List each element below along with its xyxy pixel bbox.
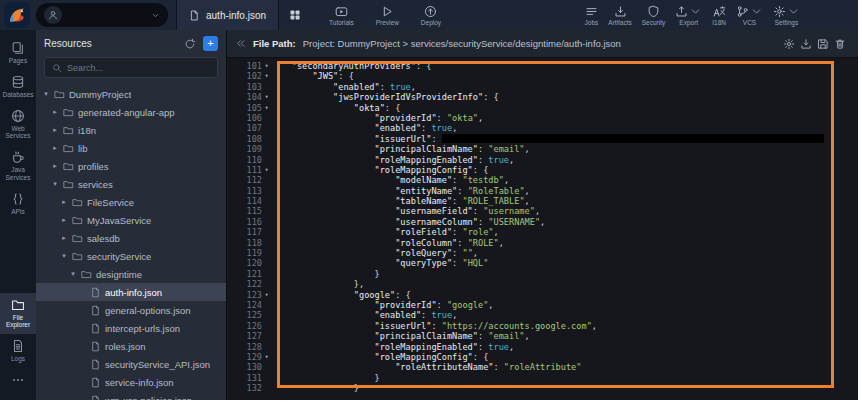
line-number[interactable]: 123▾ xyxy=(227,290,271,300)
code-line[interactable]: } xyxy=(271,383,359,393)
tree-item-designtime[interactable]: ▾designtime xyxy=(36,265,226,283)
line-number[interactable]: 129▾ xyxy=(227,352,271,362)
tree-item-wm-xss-policies-json[interactable]: wm-xss-policies.json xyxy=(36,391,226,400)
code-line[interactable]: }, xyxy=(271,279,364,289)
rail-item-java-services[interactable]: Java Services xyxy=(0,145,36,187)
vcs-button[interactable]: VCS xyxy=(734,5,765,26)
code-line[interactable]: "usernameColumn": "USERNAME", xyxy=(271,217,545,227)
line-number[interactable]: 131 xyxy=(227,373,271,383)
tab-auth-info-json[interactable]: auth-info.json xyxy=(176,0,279,30)
code-line[interactable]: } xyxy=(271,373,380,383)
delete-icon[interactable] xyxy=(834,38,846,50)
tree-item-generated-angular-app[interactable]: ▸generated-angular-app xyxy=(36,103,226,121)
code-line[interactable]: "roleMappingEnabled": true, xyxy=(271,342,514,352)
collapse-panel-icon[interactable] xyxy=(235,38,246,49)
code-line[interactable]: "enabled": true, xyxy=(271,82,416,92)
code-line[interactable]: } xyxy=(271,269,380,279)
line-number[interactable]: 109 xyxy=(227,144,271,154)
tree-item-auth-info-json[interactable]: auth-info.json xyxy=(36,283,226,301)
code-line[interactable]: "jwsProviderIdVsProviderInfo": { xyxy=(271,92,499,102)
code-line[interactable]: "issuerUrl": xyxy=(271,134,824,144)
line-number[interactable]: 128 xyxy=(227,342,271,352)
chevron-right-icon[interactable]: ▸ xyxy=(51,144,59,152)
chevron-right-icon[interactable]: ▸ xyxy=(60,234,68,242)
line-number[interactable]: 108 xyxy=(227,134,271,144)
code-line[interactable]: "tableName": "ROLE_TABLE", xyxy=(271,196,530,206)
line-number[interactable]: 111▾ xyxy=(227,165,271,175)
add-resource-button[interactable]: + xyxy=(203,36,218,51)
chevron-right-icon[interactable]: ▸ xyxy=(51,162,59,170)
tree-item-dummyproject[interactable]: ▾DummyProject xyxy=(36,85,226,103)
code-line[interactable]: "roleMappingEnabled": true, xyxy=(271,155,514,165)
line-number[interactable]: 122 xyxy=(227,279,271,289)
deploy-button[interactable]: Deploy xyxy=(419,5,443,26)
code-line[interactable]: "okta": { xyxy=(271,103,400,113)
line-number[interactable]: 115 xyxy=(227,206,271,216)
resource-search[interactable] xyxy=(44,57,218,78)
tree-item-salesdb[interactable]: ▸salesdb xyxy=(36,229,226,247)
rail-item-web-services[interactable]: Web Services xyxy=(0,104,36,146)
line-number[interactable]: 101▾ xyxy=(227,61,271,71)
code-line[interactable]: "modelName": "testdb", xyxy=(271,175,509,185)
line-number[interactable]: 130 xyxy=(227,362,271,372)
line-number[interactable]: 110 xyxy=(227,155,271,165)
tree-item-securityservice-api-json[interactable]: securityService_API.json xyxy=(36,355,226,373)
line-number[interactable]: 116 xyxy=(227,217,271,227)
settings-icon[interactable] xyxy=(783,38,795,50)
line-number[interactable]: 106 xyxy=(227,113,271,123)
chevron-down-icon[interactable]: ▾ xyxy=(60,252,68,260)
code-line[interactable]: "enabled": true, xyxy=(271,123,457,133)
line-number[interactable]: 124 xyxy=(227,300,271,310)
rail-item-logs[interactable]: Logs xyxy=(0,334,36,368)
tree-item-fileservice[interactable]: ▸FileService xyxy=(36,193,226,211)
tree-item-i18n[interactable]: ▸i18n xyxy=(36,121,226,139)
chevron-down-icon[interactable]: ▾ xyxy=(51,180,59,188)
code-line[interactable]: "principalClaimName": "email", xyxy=(271,144,530,154)
chevron-right-icon[interactable]: ▸ xyxy=(51,126,59,134)
tree-item-myjavaservice[interactable]: ▸MyJavaService xyxy=(36,211,226,229)
code-editor[interactable]: 101▾ "secondaryAuthProviders": {102▾ "JW… xyxy=(227,58,858,400)
chevron-right-icon[interactable]: ▸ xyxy=(60,198,68,206)
app-logo-icon[interactable] xyxy=(4,2,30,28)
line-number[interactable]: 126 xyxy=(227,321,271,331)
code-line[interactable]: "issuerUrl": "https://accounts.google.co… xyxy=(271,321,597,331)
code-line[interactable]: "principalClaimName": "email", xyxy=(271,331,530,341)
chevron-down-icon[interactable]: ▾ xyxy=(42,90,50,98)
code-line[interactable]: "google": { xyxy=(271,290,411,300)
line-number[interactable]: 114 xyxy=(227,196,271,206)
rail-item-file-explorer[interactable]: File Explorer xyxy=(0,293,36,335)
jobs-button[interactable]: Jobs xyxy=(583,5,601,26)
code-line[interactable]: "queryType": "HQL" xyxy=(271,258,488,268)
artifacts-button[interactable]: Artifacts xyxy=(606,5,633,26)
account-pill[interactable] xyxy=(36,3,168,27)
download-icon[interactable] xyxy=(800,38,812,50)
settings-button[interactable]: Settings xyxy=(771,5,802,26)
rail-item-more[interactable] xyxy=(0,368,36,394)
export-button[interactable]: Export xyxy=(673,5,704,26)
tree-item-profiles[interactable]: ▸profiles xyxy=(36,157,226,175)
code-line[interactable]: "secondaryAuthProviders": { xyxy=(271,61,431,71)
refresh-icon[interactable] xyxy=(184,38,196,50)
line-number[interactable]: 105▾ xyxy=(227,103,271,113)
line-number[interactable]: 119 xyxy=(227,248,271,258)
tree-item-securityservice[interactable]: ▾securityService xyxy=(36,247,226,265)
grid-icon[interactable] xyxy=(289,9,301,21)
security-button[interactable]: Security xyxy=(640,5,667,26)
code-line[interactable]: "roleField": "role", xyxy=(271,227,499,237)
code-line[interactable]: "JWS": { xyxy=(271,71,354,81)
code-line[interactable]: "providerId": "google", xyxy=(271,300,494,310)
preview-button[interactable]: Preview xyxy=(374,5,401,26)
rail-item-pages[interactable]: Pages xyxy=(0,36,36,70)
line-number[interactable]: 118 xyxy=(227,238,271,248)
chevron-down-icon[interactable]: ▾ xyxy=(69,270,77,278)
save-icon[interactable] xyxy=(817,38,829,50)
line-number[interactable]: 113 xyxy=(227,186,271,196)
line-number[interactable]: 121 xyxy=(227,269,271,279)
tree-item-roles-json[interactable]: roles.json xyxy=(36,337,226,355)
chevron-down-icon[interactable] xyxy=(151,11,160,20)
tree-item-service-info-json[interactable]: service-info.json xyxy=(36,373,226,391)
code-line[interactable]: "enabled": true, xyxy=(271,310,457,320)
tree-item-services[interactable]: ▾services xyxy=(36,175,226,193)
code-line[interactable]: "entityName": "RoleTable", xyxy=(271,186,530,196)
code-line[interactable]: "providerId": "okta", xyxy=(271,113,483,123)
